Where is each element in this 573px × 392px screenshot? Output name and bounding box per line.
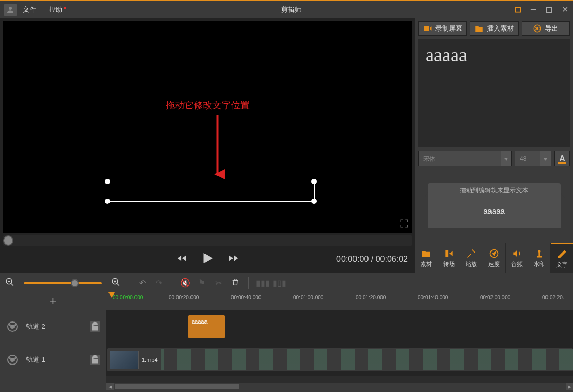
avatar-icon[interactable] <box>4 4 17 16</box>
seek-thumb[interactable] <box>3 235 13 246</box>
zoom-slider[interactable] <box>24 282 102 284</box>
track-header-2[interactable]: 轨道 2 <box>0 310 106 343</box>
color-swatch <box>558 162 566 164</box>
zoom-thumb[interactable] <box>71 279 79 287</box>
minimize-button[interactable]: ━ <box>529 6 538 14</box>
svg-rect-2 <box>547 7 552 12</box>
preview-canvas[interactable]: 拖动它修改文字位置 <box>3 21 412 233</box>
svg-point-19 <box>9 325 10 326</box>
clip-thumbnail <box>110 351 139 369</box>
lock-icon[interactable] <box>90 355 100 365</box>
track-lane-1[interactable]: 1.mp4 <box>106 343 573 376</box>
ruler-mark: 00:00:20.000 <box>169 295 199 300</box>
text-bounding-box[interactable] <box>107 181 315 202</box>
add-track-button[interactable]: + <box>0 292 106 310</box>
ruler-mark: 00:00:00.000 <box>113 295 143 300</box>
menu-help[interactable]: 帮助 <box>43 5 69 15</box>
tool-tabs: 素材 转场 缩放 速度 音频 水印 文字 <box>415 243 573 273</box>
svg-point-12 <box>538 250 541 253</box>
svg-point-24 <box>15 358 16 359</box>
right-panel: 录制屏幕 插入素材 导出 aaaaa 宋体 ▼ 48 ▼ A <box>415 18 573 273</box>
tab-speed[interactable]: 速度 <box>483 243 506 273</box>
track-name: 轨道 2 <box>26 322 83 331</box>
chevron-down-icon: ▼ <box>540 151 551 166</box>
svg-rect-13 <box>539 253 540 256</box>
track-headers: + 轨道 2 轨道 1 <box>0 292 106 390</box>
track-name: 轨道 1 <box>26 355 83 365</box>
svg-point-10 <box>539 29 540 30</box>
resize-handle-bl[interactable] <box>105 199 110 204</box>
svg-point-8 <box>539 27 540 28</box>
resize-handle-tr[interactable] <box>311 179 317 184</box>
svg-point-6 <box>536 27 539 30</box>
text-clip[interactable]: aaaaa <box>188 315 225 338</box>
video-clip[interactable]: 1.mp4 <box>107 348 573 371</box>
undo-icon[interactable]: ↶ <box>137 278 148 288</box>
import-media-button[interactable]: 插入素材 <box>470 21 518 36</box>
scroll-right-icon[interactable]: ▶ <box>566 383 573 390</box>
time-current: 00:00:00 <box>336 255 369 263</box>
tab-audio[interactable]: 音频 <box>506 243 528 273</box>
prev-button[interactable] <box>176 253 187 266</box>
svg-point-18 <box>11 325 14 328</box>
time-total: 00:06:02 <box>376 255 408 263</box>
tab-watermark[interactable]: 水印 <box>528 243 551 273</box>
record-screen-button[interactable]: 录制屏幕 <box>418 21 467 36</box>
scroll-thumb[interactable] <box>115 384 239 389</box>
track-area[interactable]: 00:00:00.000 00:00:20.000 00:00:40.000 0… <box>106 292 573 390</box>
redo-icon[interactable]: ↷ <box>153 278 165 288</box>
tab-media[interactable]: 素材 <box>415 243 438 273</box>
playback-controls: 00:00:00 / 00:06:02 <box>0 246 415 273</box>
playhead[interactable] <box>112 292 112 390</box>
menu-file[interactable]: 文件 <box>17 5 43 15</box>
fullscreen-icon[interactable] <box>400 219 409 230</box>
bars-icon[interactable]: ▮▮▮ <box>256 278 267 288</box>
lock-icon[interactable] <box>90 321 100 332</box>
export-button[interactable]: 导出 <box>522 21 570 36</box>
maximize-button[interactable] <box>545 6 553 14</box>
timecode: 00:00:00 / 00:06:02 <box>336 255 408 264</box>
mute-icon[interactable]: 🔇 <box>180 278 191 288</box>
timeline-toolbar: ↶ ↷ 🔇 ⚑ ✂ ▮▮▮ ▮▯▮ <box>0 273 573 292</box>
next-button[interactable] <box>228 253 239 266</box>
resize-handle-tl[interactable] <box>105 179 110 184</box>
text-preview-box[interactable]: aaaaa <box>418 39 570 147</box>
equalizer-icon[interactable]: ▮▯▮ <box>272 278 284 288</box>
timeline: + 轨道 2 轨道 1 00:00:00.000 00:00:20.000 00… <box>0 292 573 390</box>
scroll-left-icon[interactable]: ◀ <box>106 383 114 390</box>
svg-point-23 <box>9 358 10 359</box>
tab-transition[interactable]: 转场 <box>438 243 461 273</box>
svg-point-9 <box>535 29 536 30</box>
font-controls: 宋体 ▼ 48 ▼ A <box>415 147 573 171</box>
horizontal-scrollbar[interactable]: ◀ ▶ <box>106 383 573 390</box>
close-button[interactable]: ✕ <box>561 6 569 14</box>
clip-label: 1.mp4 <box>142 357 158 363</box>
font-size-dropdown[interactable]: 48 ▼ <box>515 151 551 166</box>
timeline-ruler[interactable]: 00:00:00.000 00:00:20.000 00:00:40.000 0… <box>106 292 573 310</box>
tab-text[interactable]: 文字 <box>551 243 573 273</box>
track-header-1[interactable]: 轨道 1 <box>0 343 106 376</box>
track-lane-2[interactable]: aaaaa <box>106 310 573 343</box>
preview-panel: 拖动它修改文字位置 00:00:00 / 00:06:02 <box>0 18 415 273</box>
zoom-in-icon[interactable] <box>110 277 121 289</box>
marker-icon[interactable]: ⚑ <box>196 278 208 288</box>
drag-hint-tab: 拖动到编辑轨来显示文本 <box>428 183 561 198</box>
seek-bar[interactable] <box>3 235 412 246</box>
font-color-button[interactable]: A <box>554 151 570 166</box>
font-family-dropdown[interactable]: 宋体 ▼ <box>418 151 512 166</box>
resize-handle-br[interactable] <box>311 199 317 204</box>
window-controls: ━ ✕ <box>514 6 569 14</box>
cut-icon[interactable]: ✂ <box>213 278 224 288</box>
svg-point-22 <box>11 358 14 361</box>
play-button[interactable] <box>200 250 215 268</box>
delete-icon[interactable] <box>229 278 241 288</box>
ruler-mark: 00:01:00.000 <box>293 295 323 300</box>
svg-point-0 <box>9 7 12 10</box>
ruler-mark: 00:02:00.000 <box>480 295 510 300</box>
svg-rect-14 <box>537 256 542 258</box>
drag-text-item[interactable]: aaaaa <box>428 198 561 228</box>
zoom-out-icon[interactable] <box>4 277 16 289</box>
waveform <box>161 349 573 370</box>
tab-zoom[interactable]: 缩放 <box>460 243 483 273</box>
popout-icon[interactable] <box>514 6 522 14</box>
